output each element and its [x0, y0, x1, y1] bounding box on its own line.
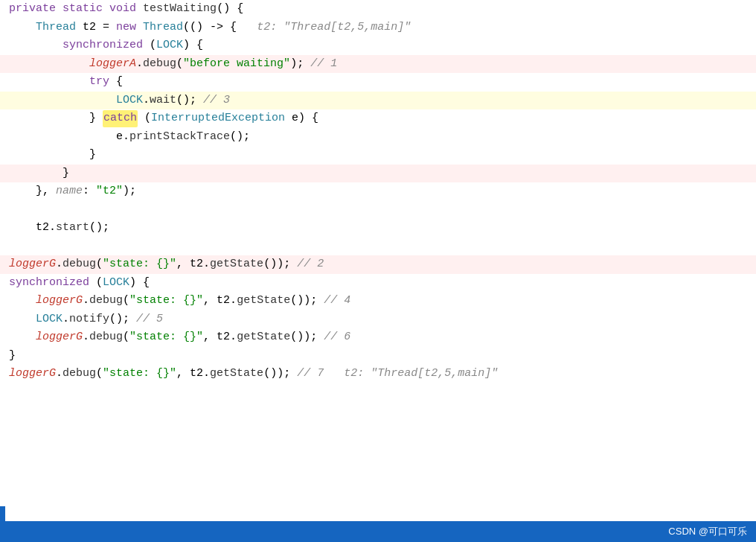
comment-1: // 1: [310, 56, 337, 73]
logger-g-2: loggerG: [9, 256, 56, 273]
logger-g-7: loggerG: [9, 366, 56, 383]
bottom-bar-label: CSDN @可口可乐: [668, 524, 747, 539]
method-debug-6: debug: [89, 329, 123, 346]
keyword-synchronized-2: synchronized: [9, 275, 89, 292]
keyword-synchronized: synchronized: [63, 37, 143, 54]
method-wait: wait: [150, 92, 176, 109]
lock-notify: LOCK: [36, 311, 63, 328]
method-getstate-2: getState: [210, 256, 263, 273]
string-state-7: "state: {}": [103, 366, 176, 383]
string-state-2: "state: {}": [103, 256, 176, 273]
lock-name-2: LOCK: [103, 275, 129, 292]
comment-6: // 6: [324, 329, 350, 346]
method-debug-7: debug: [63, 366, 96, 383]
lock-wait: LOCK: [116, 92, 143, 109]
method-debug: debug: [143, 56, 176, 73]
class-thread: Thread: [36, 19, 76, 36]
method-debug-4: debug: [89, 293, 123, 310]
comment-5: // 5: [136, 311, 163, 328]
left-accent-bar: [0, 506, 5, 521]
logger-g-6: loggerG: [36, 329, 83, 346]
method-print-stack: printStackTrace: [129, 129, 230, 146]
code-line-12: [0, 201, 756, 220]
logger-a: loggerA: [89, 56, 136, 73]
thread-comment: t2: "Thread[t2,5,main]": [257, 19, 411, 36]
keyword-new: new: [116, 19, 136, 36]
lock-name: LOCK: [156, 37, 183, 54]
method-start: start: [56, 220, 89, 237]
method-notify: notify: [69, 311, 109, 328]
code-line-21: loggerG.debug("state: {}", t2.getState()…: [0, 365, 756, 383]
string-state-4: "state: {}": [129, 293, 203, 310]
code-line-11: }, name: "t2");: [0, 182, 756, 201]
code-line-6: LOCK.wait(); // 3: [0, 92, 756, 110]
code-line-20: }: [0, 347, 756, 366]
string-before-waiting: "before waiting": [183, 56, 290, 73]
code-line-4: loggerA.debug("before waiting"); // 1: [0, 55, 756, 74]
comment-2: // 2: [297, 256, 324, 273]
keyword-try: try: [89, 74, 109, 91]
catch-keyword: catch: [103, 110, 138, 127]
code-line-2: Thread t2 = new Thread(() -> { t2: "Thre…: [0, 19, 756, 37]
code-line-13: t2.start();: [0, 219, 756, 237]
keyword-private: private: [9, 1, 56, 18]
bottom-bar: CSDN @可口可乐: [0, 521, 756, 542]
method-getstate-4: getState: [237, 293, 290, 310]
code-line-10: }: [0, 165, 756, 183]
code-line-5: try {: [0, 73, 756, 92]
comment-7: // 7 t2: "Thread[t2,5,main]": [297, 366, 498, 383]
code-line-17: loggerG.debug("state: {}", t2.getState()…: [0, 292, 756, 310]
method-name: testWaiting: [143, 1, 217, 18]
code-line-1: private static void testWaiting() {: [0, 0, 756, 19]
logger-g-4: loggerG: [36, 293, 83, 310]
string-state-6: "state: {}": [129, 329, 203, 346]
param-name: name: [56, 183, 83, 200]
code-line-9: }: [0, 146, 756, 165]
comment-3: // 3: [203, 92, 230, 109]
code-line-19: loggerG.debug("state: {}", t2.getState()…: [0, 328, 756, 347]
code-line-7: } catch (InterruptedException e) {: [0, 109, 756, 128]
code-line-14: [0, 237, 756, 256]
code-area: private static void testWaiting() { Thre…: [0, 0, 756, 383]
code-line-8: e.printStackTrace();: [0, 128, 756, 147]
exception-class: InterruptedException: [151, 110, 285, 127]
method-getstate-7: getState: [210, 366, 263, 383]
code-line-3: synchronized (LOCK) {: [0, 36, 756, 55]
code-line-15: loggerG.debug("state: {}", t2.getState()…: [0, 255, 756, 274]
code-line-18: LOCK.notify(); // 5: [0, 310, 756, 329]
keyword-void: void: [109, 1, 136, 18]
method-getstate-6: getState: [237, 329, 290, 346]
string-t2: "t2": [96, 183, 123, 200]
code-viewer: private static void testWaiting() { Thre…: [0, 0, 756, 542]
keyword-static: static: [63, 1, 103, 18]
code-line-16: synchronized (LOCK) {: [0, 274, 756, 293]
comment-4: // 4: [324, 293, 350, 310]
class-thread2: Thread: [143, 19, 183, 36]
method-debug-2: debug: [63, 256, 96, 273]
